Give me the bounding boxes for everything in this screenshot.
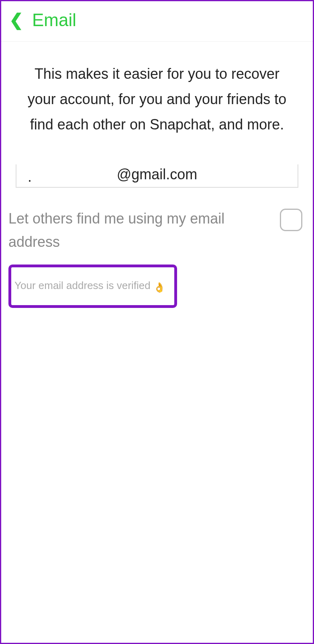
page-title: Email	[32, 10, 76, 30]
verified-highlight-box: Your email address is verified 👌	[8, 265, 177, 308]
ok-hand-icon: 👌	[153, 282, 165, 293]
description-text: This makes it easier for you to recover …	[8, 42, 306, 153]
find-me-checkbox[interactable]	[280, 209, 302, 231]
header-bar: ❮ Email	[1, 1, 313, 42]
content-area: This makes it easier for you to recover …	[1, 42, 313, 308]
verified-text: Your email address is verified	[14, 279, 153, 291]
find-me-row: Let others find me using my email addres…	[8, 188, 306, 253]
email-value: @gmail.com	[117, 166, 198, 183]
find-me-label: Let others find me using my email addres…	[8, 207, 272, 253]
email-input[interactable]: . @gmail.com	[16, 164, 298, 188]
back-chevron-icon[interactable]: ❮	[9, 12, 23, 29]
email-dot: .	[28, 168, 32, 185]
